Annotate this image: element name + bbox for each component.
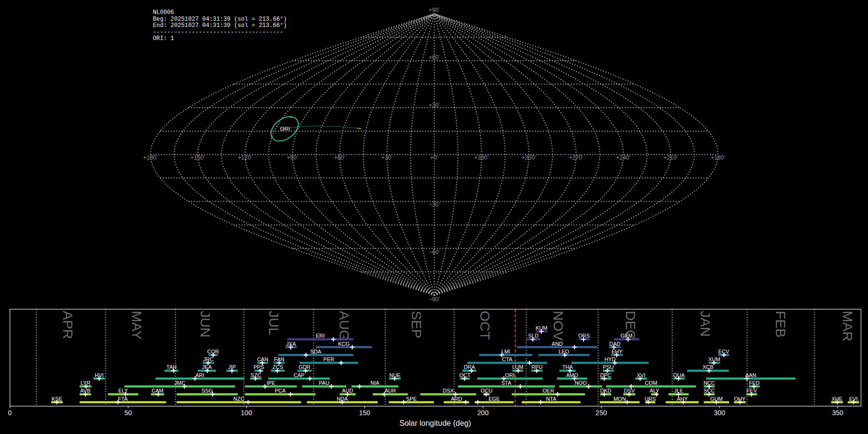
svg-text:ARD: ARD — [451, 396, 462, 402]
svg-text:NOO: NOO — [575, 380, 587, 386]
svg-text:SDA: SDA — [310, 349, 321, 354]
svg-text:SSG: SSG — [202, 388, 213, 393]
svg-text:ERI: ERI — [316, 333, 325, 339]
svg-text:GUM: GUM — [710, 396, 723, 402]
svg-text:LEO: LEO — [558, 349, 569, 354]
svg-text:ORS: ORS — [578, 333, 590, 339]
svg-text:+270°: +270° — [569, 154, 583, 161]
svg-text:AND: AND — [552, 341, 563, 347]
svg-text:+300°: +300° — [521, 154, 536, 161]
svg-text:CAN: CAN — [257, 356, 268, 362]
svg-text:+240°: +240° — [616, 154, 631, 161]
svg-text:DKD: DKD — [600, 388, 611, 393]
svg-text:LUM: LUM — [512, 364, 523, 370]
svg-text:AHY: AHY — [677, 396, 688, 402]
svg-text:ORI: ORI — [505, 372, 515, 378]
svg-text:KSE: KSE — [52, 396, 62, 402]
svg-text:GEM: GEM — [621, 333, 633, 339]
svg-text:DRA: DRA — [464, 364, 475, 370]
svg-text:+180°: +180° — [143, 154, 158, 161]
svg-text:SLD: SLD — [528, 333, 538, 339]
svg-text:ALY: ALY — [650, 388, 660, 393]
svg-text:Beg: 20251027 04:31:39 (sol =: Beg: 20251027 04:31:39 (sol = 213.66°) — [153, 16, 287, 23]
svg-text:350: 350 — [832, 409, 844, 417]
svg-text:NL0006: NL0006 — [153, 9, 174, 16]
svg-text:PSU: PSU — [603, 364, 614, 370]
svg-text:JAN: JAN — [698, 311, 713, 337]
svg-text:APR: APR — [60, 311, 76, 339]
svg-text:COR: COR — [207, 349, 219, 354]
svg-text:+150°: +150° — [190, 154, 205, 161]
svg-text:OCT: OCT — [477, 311, 493, 340]
svg-text:AAN: AAN — [746, 372, 757, 378]
svg-text:JMC: JMC — [174, 380, 185, 386]
svg-text:+30°: +30° — [429, 102, 440, 108]
svg-text:End: 20251027 04:31:39 (sol =: End: 20251027 04:31:39 (sol = 213.66°) — [153, 22, 287, 29]
svg-text:JIP: JIP — [228, 364, 236, 370]
svg-text:JUN: JUN — [198, 311, 213, 338]
svg-text:FEB: FEB — [773, 311, 788, 338]
svg-text:FED: FED — [749, 380, 760, 386]
svg-text:XVI: XVI — [637, 372, 646, 378]
svg-text:+60°: +60° — [429, 54, 440, 61]
svg-text:NOV: NOV — [551, 311, 566, 341]
svg-text:NTA: NTA — [546, 396, 556, 402]
svg-text:ECV: ECV — [718, 349, 729, 354]
svg-text:TAH: TAH — [166, 364, 176, 370]
svg-text:−30°: −30° — [429, 201, 440, 208]
svg-text:AUR: AUR — [385, 388, 396, 393]
svg-text:+210°: +210° — [664, 154, 678, 161]
svg-text:DPC: DPC — [600, 372, 611, 378]
svg-text:FTA: FTA — [118, 396, 128, 402]
svg-text:200: 200 — [477, 409, 489, 417]
svg-text:AVB: AVB — [80, 388, 90, 393]
svg-text:100: 100 — [241, 409, 252, 417]
svg-text:DSX: DSX — [443, 388, 454, 393]
svg-text:FAN: FAN — [274, 356, 284, 362]
svg-text:PCA: PCA — [275, 388, 286, 393]
svg-text:ORI: 1: ORI: 1 — [153, 35, 174, 42]
svg-text:LMI: LMI — [502, 349, 510, 354]
svg-text:NIA: NIA — [370, 380, 380, 386]
svg-text:+30°: +30° — [381, 154, 393, 161]
svg-text:URS: URS — [645, 396, 656, 402]
svg-text:------------------------------: ------------------------------------- — [153, 29, 284, 36]
svg-text:ELY: ELY — [118, 388, 128, 393]
svg-text:DAD: DAD — [610, 341, 621, 347]
svg-text:250: 250 — [596, 409, 607, 417]
svg-text:AUG: AUG — [337, 311, 352, 341]
svg-text:KUM: KUM — [536, 325, 547, 331]
svg-text:RPU: RPU — [531, 364, 542, 370]
svg-text:0: 0 — [8, 409, 12, 417]
svg-text:MAR: MAR — [840, 311, 855, 341]
svg-text:+180°: +180° — [711, 154, 725, 161]
svg-text:STA: STA — [502, 380, 512, 386]
svg-text:JXA: JXA — [286, 341, 296, 347]
svg-text:EHY: EHY — [611, 349, 623, 354]
svg-text:OER: OER — [542, 388, 554, 393]
svg-text:CAP: CAP — [294, 372, 305, 378]
svg-text:PER: PER — [324, 356, 335, 362]
svg-text:HYD: HYD — [604, 356, 615, 362]
svg-text:MON: MON — [613, 396, 626, 402]
svg-text:XHE: XHE — [831, 396, 842, 402]
svg-text:THA: THA — [562, 364, 573, 370]
svg-text:JUL: JUL — [266, 311, 282, 336]
svg-text:MAY: MAY — [129, 311, 145, 340]
svg-text:ORI: ORI — [280, 126, 290, 132]
svg-text:OHY: OHY — [734, 396, 746, 402]
svg-text:AMO: AMO — [566, 372, 579, 378]
svg-text:NDA: NDA — [337, 396, 348, 402]
svg-text:150: 150 — [359, 409, 371, 417]
svg-text:OCU: OCU — [481, 388, 493, 393]
svg-text:OCT: OCT — [459, 372, 471, 378]
svg-text:+90°: +90° — [286, 154, 298, 161]
svg-text:PPS: PPS — [254, 364, 264, 370]
svg-text:ARI: ARI — [195, 372, 204, 378]
svg-text:JRC: JRC — [203, 356, 213, 362]
svg-text:PAU: PAU — [319, 380, 329, 386]
svg-text:300: 300 — [714, 409, 725, 417]
svg-text:DSV: DSV — [624, 388, 635, 393]
svg-text:JLE: JLE — [674, 388, 683, 393]
svg-text:GDR: GDR — [298, 364, 311, 370]
